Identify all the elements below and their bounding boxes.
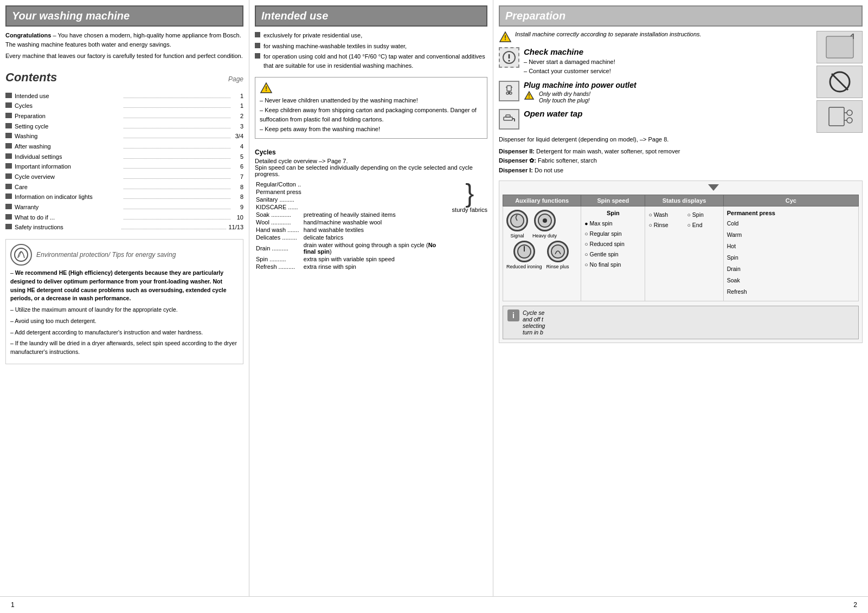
contents-list: Intended use1 Cycles1 Preparation2 Setti…	[5, 91, 243, 233]
signal-label: Signal	[510, 233, 524, 238]
cycles-header: Cycles	[255, 149, 487, 156]
warning-triangle-icon: !	[260, 82, 273, 94]
svg-line-24	[832, 74, 848, 90]
table-row: Wool ............ hand/machine washable …	[255, 218, 450, 226]
intro-line2: Every machine that leaves our factory is…	[5, 51, 243, 61]
contents-page-label: Page	[228, 75, 243, 83]
diagram-data-row: Signal Heavy duty	[503, 207, 859, 301]
check-machine-title: Check machine	[524, 47, 615, 56]
env-body: – We recommend HE (High efficiency) dete…	[10, 269, 239, 357]
cycle-desc-cell: hand washable textiles	[303, 226, 450, 234]
env-title: Environmental protection/ Tips for energ…	[36, 251, 176, 259]
svg-text:!: !	[504, 34, 506, 42]
dispenser-info: Dispenser for liquid detergent (dependin…	[499, 135, 812, 175]
rinse-plus-knob[interactable]	[547, 241, 569, 262]
svg-point-12	[506, 92, 509, 94]
page-footer: 1 2	[0, 596, 868, 613]
reduced-knob-group: Reduced ironing	[506, 241, 542, 269]
list-item: Individual settings5	[5, 152, 243, 162]
cycle-desc-cell: delicate fabrics	[303, 234, 450, 241]
cycle-soak: Soak	[727, 275, 855, 286]
spin-opt-nofinal: No final spin	[584, 260, 641, 270]
spin-opt-max: Max spin	[584, 218, 641, 229]
status-displays-cell: ○ Wash ○ Rinse ○ Spin ○ End	[645, 207, 723, 301]
svg-rect-20	[826, 36, 853, 58]
cycle-name-cell: Permanent press	[255, 188, 303, 196]
dispenser-I: Dispenser I: Do not use	[499, 166, 812, 176]
table-row: Refresh .......... extra rinse with spin	[255, 263, 450, 270]
aux-functions-cell: Signal Heavy duty	[503, 207, 581, 301]
warning-box: ! – Never leave children unattended by t…	[255, 77, 487, 139]
contents-header: Contents	[5, 70, 57, 85]
cycles-layout: Regular/Cotton .. Permanent press Sanita…	[255, 180, 487, 270]
column-1: Your washing machine Congratulations – Y…	[0, 0, 249, 596]
cycle-desc-cell: hand/machine washable wool	[303, 218, 450, 226]
list-item: for washing machine-washable textiles in…	[255, 42, 487, 51]
status-end: ○ End	[687, 220, 720, 230]
diagram-area: Auxiliary functions Spin speed Status di…	[499, 180, 863, 343]
temp-hot: Hot	[727, 241, 855, 252]
cycle-options-cell: Permanent press Cold Warm Hot Spin Drain…	[723, 207, 858, 301]
cycle-desc-cell	[303, 180, 450, 188]
cycle-name-cell: Soak ............	[255, 211, 303, 218]
table-row: Drain .......... drain water without goi…	[255, 241, 450, 255]
list-item: Warranty9	[5, 202, 243, 212]
cycle-drain: Drain	[727, 263, 855, 275]
status-options: ○ Wash ○ Rinse ○ Spin ○ End	[648, 210, 719, 230]
cycle-name-cell: Drain ..........	[255, 241, 303, 255]
warning-text: – Never leave children unattended by the…	[260, 96, 483, 134]
reduced-ironing-knob[interactable]	[513, 241, 535, 262]
heavy-duty-knob[interactable]	[534, 210, 556, 231]
rinse-plus-knob-group: Rinse plus	[546, 241, 569, 269]
list-item: for operation using cold and hot (140 °F…	[255, 52, 487, 70]
list-item: Intended use1	[5, 91, 243, 101]
page-number-1: 1	[11, 601, 15, 609]
col-header-status: Status displays	[645, 195, 723, 207]
dispenser-flower: Dispenser ✿: Fabric softener, starch	[499, 156, 812, 166]
status-spin: ○ Spin	[687, 210, 720, 220]
spin-opt-regular: Regular spin	[584, 229, 641, 239]
prep-image-2	[816, 66, 863, 98]
signal-knob-group: Signal	[506, 210, 528, 238]
reduced-ironing-label: Reduced ironing	[506, 264, 542, 269]
intended-bullets: exclusively for private residential use,…	[255, 31, 487, 72]
table-row: Regular/Cotton ..	[255, 180, 450, 188]
env-icon	[10, 244, 32, 266]
prep-warning-text: Install machine correctly according to s…	[515, 31, 702, 37]
arrow-down-icon	[708, 184, 719, 192]
check-machine-lines: – Never start a damaged machine! – Conta…	[524, 57, 615, 75]
prep-top-section: ! Install machine correctly according to…	[499, 31, 863, 175]
status-wash: ○ Wash	[648, 210, 681, 220]
prep-warning: ! Install machine correctly according to…	[499, 31, 812, 43]
cycle-name-cell: Refresh ..........	[255, 263, 303, 270]
cycle-spin: Spin	[727, 252, 855, 263]
svg-point-13	[510, 92, 512, 94]
cycle-name-cell: Regular/Cotton ..	[255, 180, 303, 188]
temp-cold: Cold	[727, 218, 855, 229]
cycles-left-col: Regular/Cotton .. Permanent press Sanita…	[255, 180, 450, 270]
svg-rect-17	[506, 115, 510, 117]
plug-sub-text: Only with dry hands! Only touch the plug…	[539, 91, 590, 104]
cycle-name-cell: Hand wash .......	[255, 226, 303, 234]
page-number-2: 2	[853, 601, 857, 609]
spin-options: Max spin Regular spin Reduced spin Gentl…	[584, 218, 641, 269]
list-item: Care8	[5, 182, 243, 192]
sturdy-brace-col: } sturdy fabrics	[452, 180, 487, 270]
heavy-duty-label: Heavy duty	[532, 233, 557, 238]
cycles-spin-line: Spin speed can be selected individually …	[255, 164, 487, 177]
table-row: Spin .......... extra spin with variable…	[255, 255, 450, 263]
svg-rect-25	[829, 107, 844, 126]
check-machine-line2: – Contact your customer service!	[524, 67, 615, 76]
brace-symbol: }	[465, 180, 474, 207]
list-item: Preparation2	[5, 111, 243, 121]
prep-warning-icon: !	[499, 31, 512, 43]
heavy-duty-knob-group: Heavy duty	[532, 210, 557, 238]
list-item: Safety instructions11/13	[5, 222, 243, 233]
plug-warning-icon: !	[524, 91, 537, 102]
cycle-desc-cell: extra rinse with spin	[303, 263, 450, 270]
arrow-container	[503, 184, 859, 192]
col-header-aux: Auxiliary functions	[503, 195, 581, 207]
prep-images	[816, 31, 863, 175]
signal-knob[interactable]	[506, 210, 528, 231]
svg-rect-16	[504, 117, 512, 120]
